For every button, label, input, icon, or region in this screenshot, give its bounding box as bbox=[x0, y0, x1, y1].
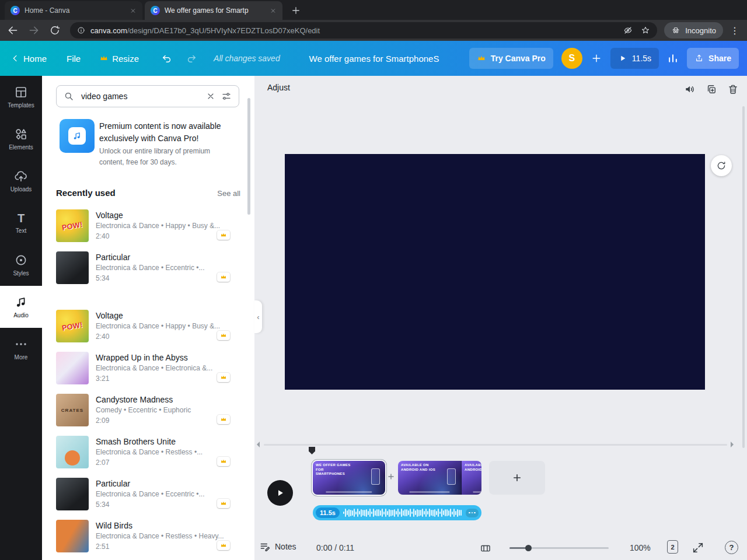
track-title: Wild Birds bbox=[96, 521, 240, 530]
templates-icon bbox=[14, 85, 28, 99]
notes-button[interactable]: Notes bbox=[259, 541, 296, 552]
audio-track-row[interactable]: ParticularElectronica & Dance • Eccentri… bbox=[56, 478, 240, 510]
sidebar-item-styles[interactable]: Styles bbox=[0, 244, 42, 286]
track-title: Voltage bbox=[96, 211, 240, 220]
zoom-slider[interactable] bbox=[509, 547, 609, 549]
browser-menu-icon[interactable]: ⋮ bbox=[730, 25, 740, 36]
tab-close-icon[interactable] bbox=[270, 8, 277, 14]
page-indicator-button[interactable]: 2 bbox=[667, 540, 678, 554]
redo-icon[interactable] bbox=[186, 52, 197, 64]
plus-icon bbox=[512, 473, 522, 483]
chevron-left-icon bbox=[11, 54, 20, 63]
try-pro-label: Try Canva Pro bbox=[491, 54, 546, 63]
sidebar-item-uploads[interactable]: Uploads bbox=[0, 160, 42, 202]
bookmark-star-icon[interactable] bbox=[641, 26, 650, 35]
filter-icon[interactable] bbox=[221, 91, 232, 102]
add-member-icon[interactable] bbox=[591, 52, 602, 64]
browser-tab-home[interactable]: C Home - Canva bbox=[5, 1, 142, 20]
sidebar-item-more[interactable]: More bbox=[0, 328, 42, 370]
help-button[interactable]: ? bbox=[725, 541, 738, 554]
incognito-badge: Incognito bbox=[664, 22, 723, 38]
sidebar-item-templates[interactable]: Templates bbox=[0, 76, 42, 118]
incognito-icon bbox=[671, 26, 680, 35]
shuffle-style-button[interactable] bbox=[711, 155, 732, 176]
fullscreen-icon[interactable] bbox=[692, 541, 704, 554]
share-button[interactable]: Share bbox=[687, 48, 739, 69]
add-page-button[interactable] bbox=[489, 461, 545, 495]
audio-panel: Premium content is now available exclusi… bbox=[42, 76, 254, 560]
sidebar-item-label: Templates bbox=[8, 102, 34, 108]
track-art bbox=[56, 478, 89, 510]
track-art: POW! bbox=[56, 209, 89, 242]
timeline-audio-track[interactable]: 11.5s bbox=[313, 505, 481, 520]
resize-button[interactable]: Resize bbox=[99, 54, 139, 64]
sidebar-item-elements[interactable]: Elements bbox=[0, 118, 42, 160]
reload-icon[interactable] bbox=[49, 24, 61, 36]
address-omnibox[interactable]: canva.com/design/DAE17b0_3qU/5HVIyNx7EDZ… bbox=[70, 22, 657, 38]
sidebar-item-text[interactable]: T Text bbox=[0, 202, 42, 244]
audio-more-button[interactable] bbox=[466, 509, 479, 517]
account-avatar[interactable]: S bbox=[561, 48, 582, 69]
eye-off-icon[interactable] bbox=[623, 26, 633, 35]
scroll-right-arrow[interactable] bbox=[731, 442, 734, 447]
home-button[interactable]: Home bbox=[11, 54, 47, 64]
zoom-slider-knob[interactable] bbox=[525, 545, 532, 551]
add-transition-button[interactable] bbox=[387, 473, 395, 481]
audio-track-row[interactable]: POW! VoltageElectronica & Dance • Happy … bbox=[56, 209, 240, 242]
track-art-text: POW! bbox=[61, 220, 83, 232]
grid-view-icon[interactable] bbox=[480, 542, 491, 554]
duplicate-icon[interactable] bbox=[706, 83, 717, 95]
delete-trash-icon[interactable] bbox=[727, 83, 739, 95]
clear-search-icon[interactable] bbox=[206, 92, 215, 101]
horizontal-scrollbar[interactable] bbox=[264, 444, 727, 446]
play-icon bbox=[618, 54, 627, 63]
audio-track-row[interactable]: Smash Brothers UniteElectronica & Dance … bbox=[56, 436, 240, 468]
panel-collapse-button[interactable]: ‹ bbox=[254, 300, 262, 333]
url-text: canva.com/design/DAE17b0_3qU/5HVIyNx7EDZ… bbox=[90, 26, 618, 35]
search-input[interactable] bbox=[80, 91, 200, 102]
audio-track-row[interactable]: Wrapped Up in the AbyssElectronica & Dan… bbox=[56, 352, 240, 384]
preview-play-button[interactable]: 11.5s bbox=[610, 48, 659, 69]
track-art: CRATES bbox=[56, 394, 89, 426]
tab-close-icon[interactable] bbox=[130, 8, 137, 14]
pro-crown-badge bbox=[217, 230, 230, 240]
forward-icon[interactable] bbox=[28, 24, 40, 36]
sidebar-item-audio[interactable]: Audio bbox=[0, 286, 42, 328]
insights-chart-icon[interactable] bbox=[667, 52, 679, 64]
promo-subtitle: Unlock our entire library of premium con… bbox=[99, 146, 228, 168]
search-box bbox=[56, 85, 239, 107]
audio-track-row[interactable]: ParticularElectronica & Dance • Eccentri… bbox=[56, 251, 240, 284]
resize-label: Resize bbox=[112, 54, 139, 64]
timeline-clip-2[interactable]: AVAILABLE ON ANDROID AND IOS AVAILABLE O… bbox=[398, 461, 481, 495]
search-icon bbox=[64, 91, 74, 102]
vertical-scrollbar[interactable] bbox=[742, 106, 745, 448]
audio-track-row[interactable]: CRATES Candystore MadnessComedy • Eccent… bbox=[56, 394, 240, 426]
track-title: Particular bbox=[96, 253, 240, 262]
sidebar-item-label: Elements bbox=[9, 144, 33, 150]
file-menu-button[interactable]: File bbox=[67, 54, 81, 64]
adjust-button[interactable]: Adjust bbox=[267, 83, 290, 92]
design-title[interactable]: We offer games for SmartphoneS bbox=[309, 54, 439, 64]
timeline-playhead[interactable] bbox=[309, 447, 315, 454]
timeline-clip-1[interactable]: WE OFFER GAMES FOR SMARTPHONES bbox=[313, 461, 385, 495]
scroll-left-arrow[interactable] bbox=[257, 442, 260, 447]
section-title: Recently used bbox=[56, 188, 116, 198]
notes-icon bbox=[259, 541, 271, 552]
browser-tab-design[interactable]: C We offer games for Smartp bbox=[145, 1, 282, 20]
design-canvas-page[interactable] bbox=[285, 154, 705, 390]
volume-icon[interactable] bbox=[684, 83, 696, 95]
page-info-icon[interactable] bbox=[77, 26, 85, 34]
new-tab-button[interactable] bbox=[291, 5, 301, 16]
see-all-link[interactable]: See all bbox=[217, 189, 240, 198]
panel-scrollbar[interactable] bbox=[247, 98, 250, 215]
back-icon[interactable] bbox=[7, 24, 19, 36]
audio-track-row[interactable]: POW! VoltageElectronica & Dance • Happy … bbox=[56, 310, 240, 342]
pro-crown-badge bbox=[217, 457, 230, 466]
timeline-play-button[interactable] bbox=[267, 480, 293, 506]
url-path: /design/DAE17b0_3qU/5HVIyNx7EDZTLosD07xe… bbox=[127, 26, 320, 35]
audio-track-row[interactable]: Wild BirdsElectronica & Dance • Restless… bbox=[56, 520, 240, 552]
undo-icon[interactable] bbox=[161, 52, 173, 64]
upload-cloud-icon bbox=[14, 169, 28, 183]
tab-title: We offer games for Smartp bbox=[165, 6, 265, 15]
try-canva-pro-button[interactable]: Try Canva Pro bbox=[469, 48, 553, 69]
